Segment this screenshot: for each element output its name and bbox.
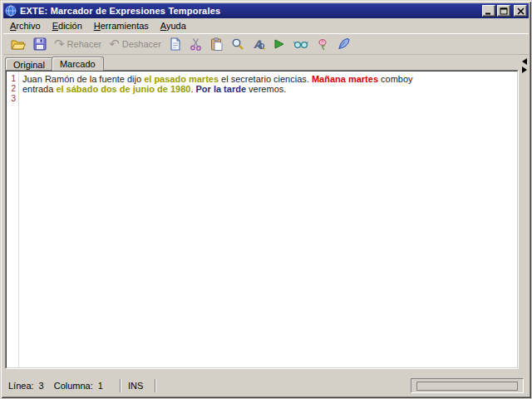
undo-arrow-icon: ↶: [109, 38, 120, 51]
titlebar: EXTE: Marcador de Expresiones Temporales: [3, 3, 529, 18]
copy-page-icon: [169, 37, 181, 51]
quill-icon: [337, 37, 350, 51]
toolbar: ↷ Rehacer ↶ Deshacer: [3, 33, 529, 55]
statusbar: Línea: 3 Columna: 1 INS: [3, 376, 529, 396]
text-line-1: Juan Ramón de la fuente dijo el pasado m…: [22, 74, 517, 84]
app-globe-icon: [5, 5, 17, 17]
redo-arrow-icon: ↷: [54, 38, 65, 51]
view-marked-button[interactable]: [291, 35, 311, 53]
find-text-icon: A: [252, 37, 265, 51]
menu-archivo[interactable]: Archivo: [4, 19, 47, 32]
temporal-expression-past: el pasado martes: [144, 74, 219, 84]
paste-button[interactable]: [208, 35, 226, 53]
progress-panel: [411, 378, 524, 393]
run-button[interactable]: [270, 35, 288, 53]
rose-icon: [316, 37, 329, 51]
editor-area: 1 2 3 Juan Ramón de la fuente dijo el pa…: [5, 70, 519, 369]
tab-original[interactable]: Original: [5, 57, 53, 70]
glasses-icon: [293, 38, 308, 50]
column-value: 1: [98, 381, 103, 391]
tab-scroll-control[interactable]: [520, 57, 528, 74]
app-window: EXTE: Marcador de Expresiones Temporales…: [0, 0, 532, 399]
statusbar-separator: [155, 379, 156, 392]
undo-label: Deshacer: [122, 39, 161, 49]
text-editor[interactable]: Juan Ramón de la fuente dijo el pasado m…: [19, 71, 517, 367]
open-file-button[interactable]: [8, 35, 28, 53]
insert-mode-indicator: INS: [128, 381, 143, 391]
cut-scissors-icon: [190, 37, 203, 51]
run-play-icon: [273, 38, 285, 50]
tab-marcado[interactable]: Marcado: [52, 57, 104, 71]
line-value: 3: [39, 381, 44, 391]
cut-button[interactable]: [187, 35, 205, 53]
maximize-button[interactable]: [497, 5, 510, 17]
save-floppy-icon: [33, 37, 47, 51]
column-label: Columna:: [54, 381, 93, 391]
annotate-button[interactable]: [313, 35, 332, 53]
search-button[interactable]: [229, 35, 247, 53]
text-line-2: entrada el sábado dos de junio de 1980. …: [22, 84, 517, 94]
tab-bar: Original Marcado: [3, 55, 529, 70]
window-title: EXTE: Marcador de Expresiones Temporales: [20, 6, 480, 16]
find-text-button[interactable]: A: [249, 35, 268, 53]
line-number: 1: [7, 74, 18, 84]
line-label: Línea:: [8, 381, 34, 391]
undo-button[interactable]: ↶ Deshacer: [106, 35, 164, 53]
sign-button[interactable]: [334, 35, 352, 53]
temporal-expression-date: el sábado dos de junio de 1980: [56, 84, 190, 94]
menubar: Archivo Edición Herramientas Ayuda: [3, 18, 529, 33]
line-number-gutter: 1 2 3: [7, 71, 19, 367]
line-number: 3: [7, 94, 18, 104]
progress-bar: [416, 382, 518, 391]
menu-edicion[interactable]: Edición: [47, 19, 88, 32]
line-number: 2: [7, 84, 18, 94]
statusbar-separator: [120, 379, 121, 392]
redo-button[interactable]: ↷ Rehacer: [52, 35, 104, 53]
paste-clipboard-icon: [210, 37, 223, 51]
search-magnifier-icon: [231, 37, 244, 51]
save-button[interactable]: [31, 35, 49, 53]
open-folder-icon: [11, 37, 26, 51]
tab-scroll-right-icon[interactable]: [522, 66, 527, 73]
redo-label: Rehacer: [67, 39, 102, 49]
temporal-expression-time: Por la tarde: [196, 84, 247, 94]
copy-button[interactable]: [166, 35, 185, 53]
temporal-expression-future: Mañana martes: [312, 74, 378, 84]
close-button[interactable]: [514, 5, 527, 17]
menu-ayuda[interactable]: Ayuda: [155, 19, 192, 32]
tab-scroll-left-icon[interactable]: [522, 58, 527, 65]
minimize-button[interactable]: [482, 5, 495, 17]
menu-herramientas[interactable]: Herramientas: [88, 19, 155, 32]
